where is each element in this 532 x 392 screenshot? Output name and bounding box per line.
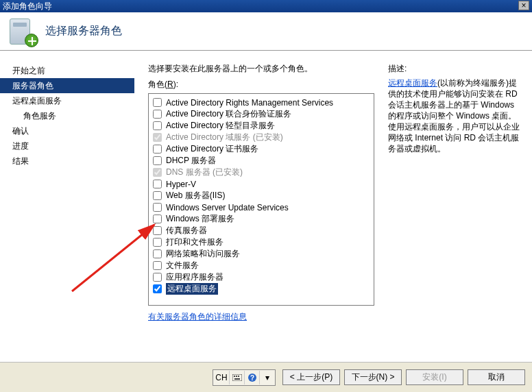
cancel-button[interactable]: 取消 [468,369,525,385]
role-item: DNS 服务器 (已安装) [150,167,372,178]
role-item[interactable]: Web 服务器(IIS) [150,190,372,201]
role-checkbox[interactable] [153,249,162,258]
role-checkbox[interactable] [153,261,162,270]
wizard-icon [8,17,37,46]
role-item[interactable]: 打印和文件服务 [150,236,372,248]
role-checkbox[interactable] [153,215,162,223]
role-checkbox [153,133,162,142]
role-label: 网络策略和访问服务 [166,248,240,260]
role-label: Active Directory 证书服务 [166,143,258,155]
role-label: Windows Server Update Services [166,203,289,212]
role-label: 应用程序服务器 [166,271,223,283]
role-label: Active Directory Rights Management Servi… [166,98,333,108]
role-item[interactable]: 传真服务器 [150,225,372,236]
role-checkbox[interactable] [153,98,162,107]
role-label: 打印和文件服务 [166,236,223,248]
page-title: 选择服务器角色 [45,24,122,38]
svg-text:?: ? [250,374,254,382]
role-checkbox[interactable] [153,273,162,282]
more-info-link[interactable]: 有关服务器角色的详细信息 [148,311,247,323]
role-item[interactable]: Windows Server Update Services [150,201,372,213]
role-checkbox[interactable] [153,238,162,247]
role-item[interactable]: DHCP 服务器 [150,155,372,167]
roles-listbox[interactable]: Active Directory Rights Management Servi… [148,93,374,306]
role-item[interactable]: 应用程序服务器 [150,271,372,283]
svg-rect-4 [234,378,240,380]
role-checkbox[interactable] [153,226,162,235]
role-label: Active Directory 联合身份验证服务 [166,108,291,120]
help-icon[interactable]: ? [244,371,259,384]
role-item: Active Directory 域服务 (已安装) [150,132,372,143]
role-item[interactable]: 文件服务 [150,260,372,271]
role-item[interactable]: 远程桌面服务 [150,283,372,295]
sidebar-step[interactable]: 开始之前 [0,63,134,78]
wizard-header: 选择服务器角色 [0,12,532,51]
role-label: Windows 部署服务 [166,213,234,225]
ime-toolbar: CH ? ▾ [213,369,276,386]
role-checkbox[interactable] [153,284,162,293]
role-item[interactable]: Hyper-V [150,178,372,190]
role-checkbox [153,168,162,177]
role-checkbox[interactable] [153,121,162,130]
sidebar-step[interactable]: 进度 [0,138,134,154]
role-label: Active Directory 域服务 (已安装) [166,132,283,143]
role-checkbox[interactable] [153,180,162,188]
role-checkbox[interactable] [153,191,162,200]
title-bar: 添加角色向导 × [0,0,532,12]
role-label: Active Directory 轻型目录服务 [166,120,275,132]
close-button[interactable]: × [518,1,529,10]
role-item[interactable]: Active Directory Rights Management Servi… [150,97,372,108]
ime-lang-button[interactable]: CH [214,371,229,384]
svg-rect-0 [232,374,242,381]
role-checkbox[interactable] [153,110,162,119]
role-label: DNS 服务器 (已安装) [166,167,243,178]
role-item[interactable]: Windows 部署服务 [150,213,372,225]
role-item[interactable]: 网络策略和访问服务 [150,248,372,260]
window-title: 添加角色向导 [3,0,52,12]
role-item[interactable]: Active Directory 轻型目录服务 [150,120,372,132]
role-label: 传真服务器 [166,225,207,236]
description-body: (以前称为终端服务)提供的技术使用户能够访问安装在 RD 会话主机服务器上的基于… [388,78,520,154]
wizard-footer: CH ? ▾ < 上一步(P) 下一步(N) > 安装(I) 取消 [0,362,532,392]
role-label: Hyper-V [166,180,196,189]
chevron-down-icon[interactable]: ▾ [259,371,274,384]
role-checkbox[interactable] [153,145,162,154]
role-checkbox[interactable] [153,203,162,212]
keyboard-icon[interactable] [229,371,244,384]
sidebar-step[interactable]: 远程桌面服务 [0,93,134,108]
install-button[interactable]: 安装(I) [406,369,463,385]
wizard-steps-sidebar: 开始之前服务器角色远程桌面服务角色服务确认进度结果 [0,51,134,362]
svg-rect-1 [234,376,235,377]
sidebar-step[interactable]: 角色服务 [0,108,134,123]
instruction-text: 选择要安装在此服务器上的一个或多个角色。 [148,63,381,75]
sidebar-step[interactable]: 确认 [0,123,134,138]
role-label: DHCP 服务器 [166,155,216,167]
next-button[interactable]: 下一步(N) > [344,369,402,385]
prev-button[interactable]: < 上一步(P) [282,369,340,385]
sidebar-step[interactable]: 结果 [0,154,134,169]
description-link[interactable]: 远程桌面服务 [388,78,437,88]
description-text: 远程桌面服务(以前称为终端服务)提供的技术使用户能够访问安装在 RD 会话主机服… [388,77,521,154]
svg-rect-2 [236,376,237,377]
role-label: Web 服务器(IIS) [166,190,225,201]
roles-label: 角色(R): [148,79,381,90]
role-label: 文件服务 [166,260,199,271]
role-item[interactable]: Active Directory 证书服务 [150,143,372,155]
svg-rect-3 [238,376,239,377]
role-checkbox[interactable] [153,156,162,165]
role-label: 远程桌面服务 [166,283,218,295]
role-item[interactable]: Active Directory 联合身份验证服务 [150,108,372,120]
description-title: 描述: [388,63,521,75]
sidebar-step[interactable]: 服务器角色 [0,78,134,93]
